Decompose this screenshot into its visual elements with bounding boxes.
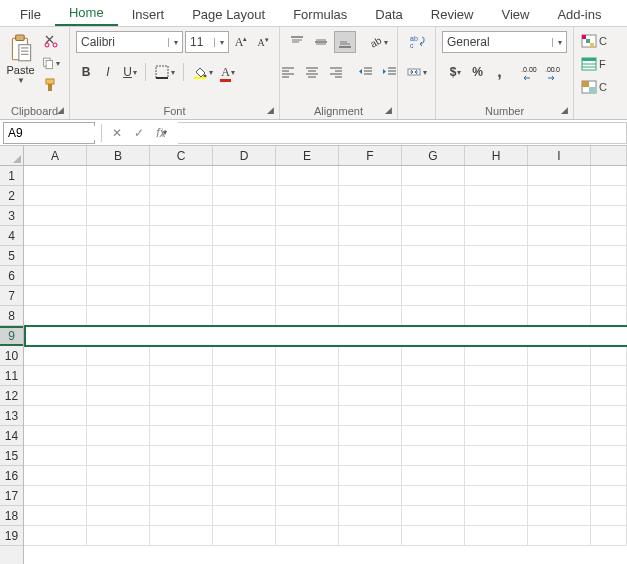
formula-input[interactable] bbox=[178, 122, 627, 144]
cell[interactable] bbox=[591, 386, 627, 406]
cell[interactable] bbox=[528, 486, 591, 506]
cell[interactable] bbox=[24, 246, 87, 266]
cell[interactable] bbox=[150, 426, 213, 446]
underline-button[interactable]: U▾ bbox=[120, 61, 140, 83]
cell[interactable] bbox=[339, 506, 402, 526]
cell[interactable] bbox=[24, 386, 87, 406]
cell[interactable] bbox=[150, 386, 213, 406]
cell[interactable] bbox=[276, 366, 339, 386]
cell[interactable] bbox=[276, 426, 339, 446]
cell[interactable] bbox=[465, 526, 528, 546]
row-header[interactable]: 17 bbox=[0, 486, 23, 506]
cell[interactable] bbox=[24, 306, 87, 326]
cell[interactable] bbox=[465, 406, 528, 426]
cell[interactable] bbox=[87, 506, 150, 526]
cell[interactable] bbox=[591, 406, 627, 426]
align-right-button[interactable] bbox=[325, 61, 347, 83]
row-header[interactable]: 10 bbox=[0, 346, 23, 366]
cell[interactable] bbox=[276, 446, 339, 466]
tab-review[interactable]: Review bbox=[417, 4, 488, 26]
cell[interactable] bbox=[339, 486, 402, 506]
cell[interactable] bbox=[24, 426, 87, 446]
cell[interactable] bbox=[150, 186, 213, 206]
cell[interactable] bbox=[402, 446, 465, 466]
cell[interactable] bbox=[402, 426, 465, 446]
cell[interactable] bbox=[402, 506, 465, 526]
cell[interactable] bbox=[150, 406, 213, 426]
cell[interactable] bbox=[87, 366, 150, 386]
dialog-launcher-icon[interactable]: ◢ bbox=[559, 105, 569, 115]
cell[interactable] bbox=[339, 186, 402, 206]
cell[interactable] bbox=[150, 486, 213, 506]
cell[interactable] bbox=[276, 346, 339, 366]
cell[interactable] bbox=[591, 526, 627, 546]
cell[interactable] bbox=[465, 326, 528, 346]
cell[interactable] bbox=[339, 386, 402, 406]
cell[interactable] bbox=[213, 526, 276, 546]
copy-button[interactable]: ▾ bbox=[39, 53, 63, 73]
cell[interactable] bbox=[528, 246, 591, 266]
cell[interactable] bbox=[591, 306, 627, 326]
tab-home[interactable]: Home bbox=[55, 2, 118, 26]
cell[interactable] bbox=[528, 306, 591, 326]
column-header[interactable]: I bbox=[528, 146, 591, 165]
row-header[interactable]: 5 bbox=[0, 246, 23, 266]
cell[interactable] bbox=[87, 486, 150, 506]
cell[interactable] bbox=[591, 466, 627, 486]
cell[interactable] bbox=[591, 206, 627, 226]
cell[interactable] bbox=[591, 246, 627, 266]
cell[interactable] bbox=[87, 446, 150, 466]
cell[interactable] bbox=[24, 346, 87, 366]
cell[interactable] bbox=[465, 246, 528, 266]
column-header[interactable]: A bbox=[24, 146, 87, 165]
row-header[interactable]: 11 bbox=[0, 366, 23, 386]
cell[interactable] bbox=[150, 446, 213, 466]
cell[interactable] bbox=[150, 506, 213, 526]
column-header[interactable]: D bbox=[213, 146, 276, 165]
cell[interactable] bbox=[591, 266, 627, 286]
cell[interactable] bbox=[339, 426, 402, 446]
row-header[interactable]: 16 bbox=[0, 466, 23, 486]
cell[interactable] bbox=[24, 486, 87, 506]
cell[interactable] bbox=[465, 166, 528, 186]
cell[interactable] bbox=[276, 406, 339, 426]
tab-formulas[interactable]: Formulas bbox=[279, 4, 361, 26]
dialog-launcher-icon[interactable]: ◢ bbox=[383, 105, 393, 115]
cell[interactable] bbox=[276, 466, 339, 486]
cell[interactable] bbox=[402, 406, 465, 426]
cell[interactable] bbox=[402, 526, 465, 546]
cell[interactable] bbox=[150, 286, 213, 306]
sheet-grid[interactable]: ABCDEFGHI 12345678910111213141516171819 bbox=[0, 146, 627, 564]
column-header[interactable]: H bbox=[465, 146, 528, 165]
cell[interactable] bbox=[465, 186, 528, 206]
cell[interactable] bbox=[276, 206, 339, 226]
cell[interactable] bbox=[339, 266, 402, 286]
comma-format-button[interactable]: , bbox=[490, 61, 510, 83]
cell[interactable] bbox=[528, 386, 591, 406]
row-headers[interactable]: 12345678910111213141516171819 bbox=[0, 166, 24, 564]
cell[interactable] bbox=[150, 346, 213, 366]
cell[interactable] bbox=[150, 166, 213, 186]
cell[interactable] bbox=[150, 366, 213, 386]
cell[interactable] bbox=[339, 406, 402, 426]
increase-font-button[interactable]: A▴ bbox=[231, 31, 251, 53]
cell[interactable] bbox=[213, 466, 276, 486]
tab-page-layout[interactable]: Page Layout bbox=[178, 4, 279, 26]
font-size-combo[interactable]: 11 ▾ bbox=[185, 31, 229, 53]
cell[interactable] bbox=[213, 446, 276, 466]
cell[interactable] bbox=[465, 206, 528, 226]
cell[interactable] bbox=[213, 226, 276, 246]
cell[interactable] bbox=[87, 326, 150, 346]
cancel-formula-button[interactable]: ✕ bbox=[106, 122, 128, 144]
cell[interactable] bbox=[24, 326, 87, 346]
cell[interactable] bbox=[276, 266, 339, 286]
cell[interactable] bbox=[24, 406, 87, 426]
cell[interactable] bbox=[339, 286, 402, 306]
align-center-button[interactable] bbox=[301, 61, 323, 83]
cell[interactable] bbox=[24, 226, 87, 246]
font-name-combo[interactable]: Calibri ▾ bbox=[76, 31, 183, 53]
cell[interactable] bbox=[213, 286, 276, 306]
cell[interactable] bbox=[528, 506, 591, 526]
cell[interactable] bbox=[213, 486, 276, 506]
column-header[interactable]: G bbox=[402, 146, 465, 165]
